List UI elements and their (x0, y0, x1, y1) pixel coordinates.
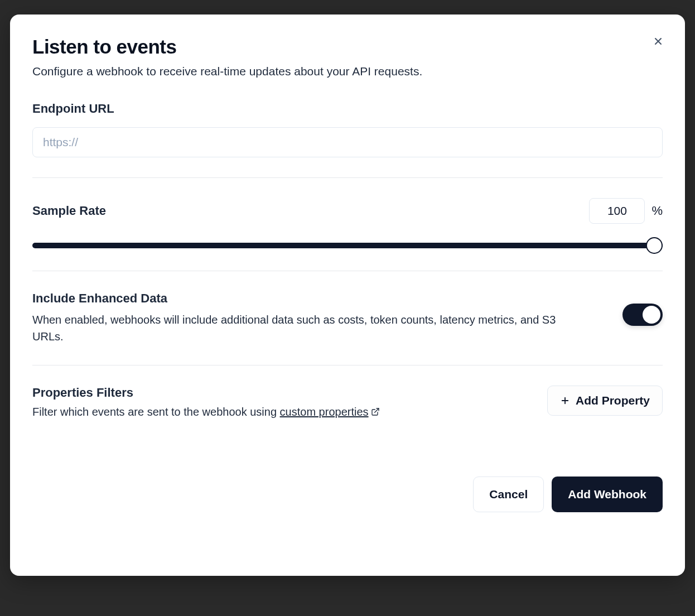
svg-line-2 (374, 408, 378, 412)
percent-symbol: % (651, 204, 663, 218)
sample-rate-label: Sample Rate (32, 204, 106, 218)
plus-icon (560, 396, 570, 406)
close-button[interactable] (647, 30, 669, 52)
add-property-label: Add Property (576, 394, 650, 407)
sample-rate-section: Sample Rate % (32, 198, 663, 271)
sample-rate-value-box: % (589, 198, 663, 224)
properties-filters-description: Filter which events are sent to the webh… (32, 406, 380, 418)
sample-rate-input[interactable] (589, 198, 645, 224)
properties-filters-section: Properties Filters Filter which events a… (32, 386, 663, 439)
toggle-knob (643, 306, 660, 324)
endpoint-label: Endpoint URL (32, 102, 663, 116)
listen-events-modal: Listen to events Configure a webhook to … (10, 15, 685, 576)
enhanced-data-section: Include Enhanced Data When enabled, webh… (32, 291, 663, 365)
custom-properties-link[interactable]: custom properties (280, 406, 380, 418)
cancel-button[interactable]: Cancel (473, 477, 544, 512)
enhanced-data-text: Include Enhanced Data When enabled, webh… (32, 291, 557, 345)
properties-filters-title: Properties Filters (32, 386, 380, 400)
filters-desc-prefix: Filter which events are sent to the webh… (32, 406, 280, 418)
enhanced-data-title: Include Enhanced Data (32, 291, 557, 306)
external-link-icon (371, 407, 380, 416)
add-webhook-button[interactable]: Add Webhook (552, 477, 663, 512)
close-icon (653, 36, 664, 47)
enhanced-data-description: When enabled, webhooks will include addi… (32, 311, 557, 345)
sample-rate-slider[interactable] (32, 243, 663, 248)
endpoint-url-input[interactable] (32, 127, 663, 157)
modal-title: Listen to events (32, 36, 663, 58)
enhanced-data-toggle[interactable] (622, 304, 663, 326)
modal-actions: Cancel Add Webhook (32, 477, 663, 512)
endpoint-section: Endpoint URL (32, 102, 663, 178)
properties-filters-text: Properties Filters Filter which events a… (32, 386, 380, 418)
modal-subtitle: Configure a webhook to receive real-time… (32, 65, 663, 78)
add-property-button[interactable]: Add Property (547, 386, 663, 416)
